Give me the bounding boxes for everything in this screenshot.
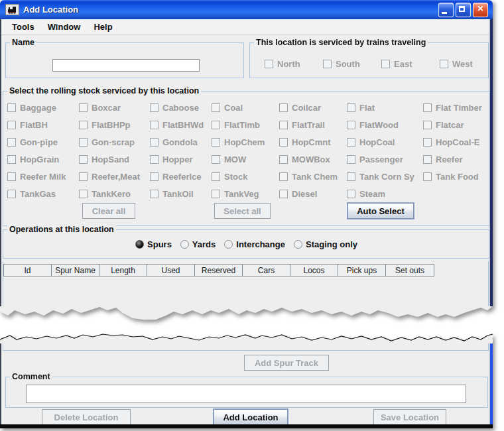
location-name-input[interactable] — [52, 59, 200, 72]
train-icon — [5, 4, 19, 15]
add-spur-track-button[interactable]: Add Spur Track — [244, 355, 329, 371]
checkbox-label: TankVeg — [224, 189, 259, 199]
select-all-button[interactable]: Select all — [214, 203, 271, 219]
name-group-title: Name — [10, 38, 36, 47]
checkbox-icon — [79, 190, 88, 198]
rolling-stock-checkbox[interactable]: MOW — [212, 154, 279, 164]
checkbox-label: Reefer Milk — [20, 172, 66, 182]
rolling-stock-checkbox[interactable]: Reefer Milk — [7, 172, 79, 182]
checkbox-label: Gondola — [162, 137, 198, 147]
close-button[interactable] — [473, 3, 488, 17]
rolling-stock-checkbox[interactable]: Coilcar — [279, 103, 347, 113]
rolling-stock-checkbox[interactable]: Flat Timber — [423, 103, 489, 113]
table-column-header[interactable]: Set outs — [386, 265, 434, 276]
menu-item[interactable]: Help — [87, 22, 119, 32]
rolling-stock-checkbox[interactable]: Baggage — [7, 103, 79, 113]
rolling-stock-checkbox[interactable]: ReeferIce — [150, 172, 212, 182]
rolling-stock-checkbox[interactable]: TankOil — [150, 189, 212, 199]
rolling-stock-checkbox[interactable]: TankKero — [79, 189, 150, 199]
rolling-stock-checkbox[interactable]: Flatcar — [423, 120, 489, 130]
checkbox-icon — [212, 138, 220, 147]
direction-checkbox[interactable]: West — [440, 59, 498, 69]
operations-radio[interactable]: Staging only — [294, 239, 357, 249]
add-location-button[interactable]: Add Location — [214, 409, 288, 425]
operations-radio[interactable]: Yards — [180, 239, 216, 249]
spur-group-border-left — [3, 343, 3, 350]
rolling-stock-checkbox[interactable]: Stock — [212, 172, 279, 182]
direction-checkbox[interactable]: South — [323, 59, 381, 69]
window-border-left — [0, 19, 1, 306]
rolling-stock-checkbox[interactable]: HopGrain — [7, 154, 79, 164]
rolling-stock-checkbox[interactable]: Gon-scrap — [79, 137, 150, 147]
rolling-stock-checkbox[interactable]: Hopper — [150, 154, 212, 164]
rolling-stock-checkbox[interactable]: Gon-pipe — [7, 137, 79, 147]
rolling-stock-checkbox[interactable]: HopChem — [212, 137, 279, 147]
table-column-header[interactable]: Used — [147, 265, 195, 276]
rolling-stock-checkbox[interactable]: FlatBH — [7, 120, 79, 130]
rolling-stock-checkbox[interactable]: TankGas — [7, 189, 79, 199]
rolling-stock-checkbox[interactable]: FlatBHPp — [79, 120, 150, 130]
rolling-stock-checkbox[interactable]: TankVeg — [212, 189, 279, 199]
table-column-header[interactable]: Cars — [243, 265, 290, 276]
checkbox-icon — [279, 121, 288, 129]
checkbox-label: Baggage — [20, 103, 56, 113]
checkbox-label: Stock — [224, 172, 247, 182]
checkbox-icon — [212, 190, 220, 198]
menu-item[interactable]: Window — [41, 22, 88, 32]
rolling-stock-checkbox[interactable]: Boxcar — [79, 103, 150, 113]
rolling-stock-checkbox[interactable]: HopCmnt — [279, 137, 347, 147]
rolling-stock-checkbox[interactable]: Tank Corn Sy — [347, 172, 423, 182]
checkbox-label: FlatWood — [359, 120, 399, 130]
checkbox-label: TankGas — [20, 189, 56, 199]
menu-bar: Tools Window Help — [1, 19, 489, 34]
checkbox-icon — [79, 155, 88, 164]
rolling-stock-checkbox[interactable]: HopCoal — [347, 137, 423, 147]
torn-edge-bottom — [0, 333, 493, 343]
rolling-stock-checkbox[interactable]: Flat — [347, 103, 423, 113]
operations-radio[interactable]: Interchange — [224, 239, 285, 249]
rolling-stock-checkbox[interactable]: FlatTrail — [279, 120, 347, 130]
rolling-stock-checkbox[interactable]: Tank Chem — [279, 172, 347, 182]
comment-input[interactable] — [26, 385, 466, 403]
rolling-stock-checkbox[interactable]: FlatBHWd — [150, 120, 212, 130]
rolling-stock-checkbox[interactable]: HopSand — [79, 154, 150, 164]
rolling-stock-checkbox[interactable]: Diesel — [279, 189, 347, 199]
table-column-header[interactable]: Reserved — [195, 265, 243, 276]
rolling-stock-checkbox[interactable]: FlatTimb — [212, 120, 279, 130]
checkbox-icon — [150, 121, 158, 129]
save-location-button[interactable]: Save Location — [373, 409, 446, 425]
clear-all-button[interactable]: Clear all — [82, 203, 135, 219]
rolling-stock-checkbox[interactable]: Caboose — [150, 103, 212, 113]
checkbox-label: MOW — [224, 154, 246, 164]
rolling-stock-checkbox[interactable]: FlatWood — [347, 120, 423, 130]
menu-item[interactable]: Tools — [5, 22, 41, 32]
rolling-stock-checkbox[interactable]: Reefer,Meat — [79, 172, 150, 182]
table-column-header[interactable]: Pick ups — [338, 265, 386, 276]
rolling-stock-checkbox[interactable]: Coal — [212, 103, 279, 113]
operations-radio[interactable]: Spurs — [135, 239, 172, 249]
rolling-stock-checkbox[interactable]: Gondola — [150, 137, 212, 147]
table-column-header[interactable]: Id — [4, 265, 52, 276]
table-column-header[interactable]: Locos — [290, 265, 338, 276]
table-column-header[interactable]: Spur Name — [52, 265, 99, 276]
rolling-stock-grid: Baggage Boxcar Caboose — [7, 99, 489, 202]
rolling-stock-checkbox[interactable]: Passenger — [347, 154, 423, 164]
rolling-stock-checkbox[interactable]: HopCoal-E — [423, 137, 489, 147]
rolling-stock-checkbox[interactable]: Reefer — [423, 154, 489, 164]
rolling-stock-checkbox[interactable]: MOWBox — [279, 154, 347, 164]
direction-checkbox[interactable]: North — [265, 59, 323, 69]
direction-checkbox[interactable]: East — [381, 59, 440, 69]
table-column-header[interactable]: Length — [99, 265, 147, 276]
checkbox-label: FlatBHPp — [92, 120, 131, 130]
auto-select-button[interactable]: Auto Select — [347, 203, 414, 219]
checkbox-label: HopSand — [92, 154, 129, 164]
window-top-fragment: Add Location Tools Window Help — [0, 0, 493, 325]
minimize-button[interactable] — [438, 3, 454, 17]
rolling-stock-checkbox[interactable]: Steam — [347, 189, 423, 199]
checkbox-icon — [212, 103, 220, 112]
maximize-button[interactable] — [456, 3, 471, 17]
rolling-stock-checkbox[interactable]: Tank Food — [423, 172, 489, 182]
delete-location-button[interactable]: Delete Location — [42, 409, 131, 425]
title-bar[interactable]: Add Location — [0, 0, 493, 19]
operations-radio-row: Spurs Yards Interchange — [3, 239, 489, 249]
